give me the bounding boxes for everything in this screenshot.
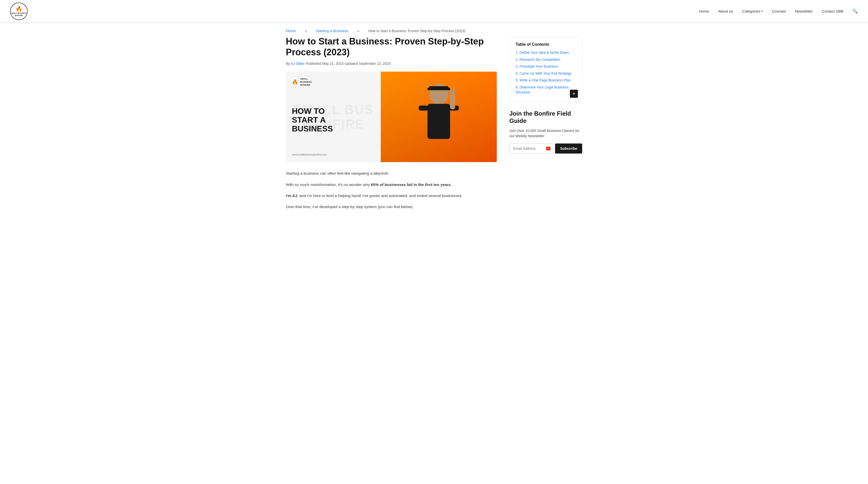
toc-link-5[interactable]: 5. Write a One Page Business Plan xyxy=(516,78,570,82)
main-nav: Home About us Categories ▾ Courses Newsl… xyxy=(699,8,858,14)
image-right-panel xyxy=(381,71,497,162)
small-flame-icon: 🔥 xyxy=(292,79,298,85)
author-link[interactable]: AJ Silber xyxy=(290,62,305,66)
article-para-4: Over that time, I've developed a step-by… xyxy=(286,204,497,210)
breadcrumb-sep1: » xyxy=(305,29,307,33)
meta-by: By xyxy=(286,62,290,66)
article-para-1: Starting a business can often feel like … xyxy=(286,170,497,177)
toc-box: Table of Contents 1. Define Your Idea & … xyxy=(509,37,582,102)
nav-courses[interactable]: Courses xyxy=(772,9,786,13)
nav-categories-label: Categories xyxy=(742,9,761,13)
logo-text-3: BONFIRE xyxy=(15,14,23,16)
article-para-3: I'm AJ, and I'm here to lend a helping h… xyxy=(286,192,497,199)
para3-suffix: , and I'm here to lend a helping hand! I… xyxy=(297,193,462,198)
nav-contact[interactable]: Contact SBB xyxy=(822,9,843,13)
toc-item-2: 2. Research the Competition xyxy=(516,57,576,62)
svg-rect-8 xyxy=(453,87,455,93)
brand-line2: BUSINESS xyxy=(300,81,312,84)
nav-home[interactable]: Home xyxy=(699,9,709,13)
svg-rect-2 xyxy=(428,88,450,90)
nav-newsletter[interactable]: Newsletter xyxy=(795,9,813,13)
email-input-wrapper: ··· xyxy=(509,143,553,154)
toc-title: Table of Contents xyxy=(516,42,576,47)
sbb-logo-small: 🔥 SMALL BUSINESS BONFIRE xyxy=(292,78,312,86)
breadcrumb-sep2: » xyxy=(358,29,360,33)
toc-link-4[interactable]: 4. Come Up With Your Exit Strategy xyxy=(516,71,571,75)
newsletter-description: Join Over 10,000 Small Business Owners f… xyxy=(509,128,582,139)
person-silhouette xyxy=(381,71,497,162)
image-url: www.smallbusinessbonfire.com xyxy=(292,153,327,156)
brand-line3: BONFIRE xyxy=(300,84,312,87)
toc-expand-button[interactable]: + xyxy=(570,90,578,98)
article-para-2: With so much misinformation, it's no won… xyxy=(286,181,497,188)
flame-icon: 🔥 xyxy=(10,6,27,12)
logo-circle: 🔥 SMALL BUSINESS BONFIRE xyxy=(10,2,28,20)
brand-line1: SMALL xyxy=(300,78,312,81)
search-icon: 🔍 xyxy=(852,9,858,14)
breadcrumb: Home » Starting a Business » How to Star… xyxy=(286,23,582,36)
article-title: How to Start a Business: Proven Step-by-… xyxy=(286,36,497,58)
person-svg xyxy=(414,77,464,157)
page-container: Home » Starting a Business » How to Star… xyxy=(276,23,592,215)
breadcrumb-home[interactable]: Home xyxy=(286,29,296,33)
logo-text-1: SMALL xyxy=(11,12,17,14)
toc-item-1: 1. Define Your Idea & Niche Down xyxy=(516,50,576,55)
para2-prefix: With so much misinformation, it's no won… xyxy=(286,182,371,187)
email-icon: ··· xyxy=(546,147,551,150)
logo-text-2: BUSINESS xyxy=(18,12,27,14)
toc-item-4: 4. Come Up With Your Exit Strategy xyxy=(516,71,576,76)
site-header: 🔥 SMALL BUSINESS BONFIRE Home About us C… xyxy=(0,0,868,23)
subscribe-button[interactable]: Subscribe xyxy=(555,144,582,154)
newsletter-box: Join the Bonfire Field Guide Join Over 1… xyxy=(509,109,582,155)
article-body: Starting a business can often feel like … xyxy=(286,170,497,210)
image-headline: HOW TOSTART ABUSINESS xyxy=(292,107,333,133)
toc-item-6: 6. Determine Your Legal Business Structu… xyxy=(516,85,576,95)
toc-link-2[interactable]: 2. Research the Competition xyxy=(516,58,560,62)
breadcrumb-current: How to Start a Business: Proven Step-by-… xyxy=(368,29,465,33)
main-content: How to Start a Business: Proven Step-by-… xyxy=(286,36,497,215)
nav-categories[interactable]: Categories ▾ xyxy=(742,9,763,13)
toc-link-3[interactable]: 3. Prototype Your Business xyxy=(516,64,558,68)
logo-inner: 🔥 SMALL BUSINESS BONFIRE xyxy=(10,6,27,17)
toc-link-1[interactable]: 1. Define Your Idea & Niche Down xyxy=(516,51,569,55)
meta-updated: Updated September 13, 2023 xyxy=(344,62,391,66)
svg-rect-4 xyxy=(419,105,428,111)
nav-about[interactable]: About us xyxy=(718,9,733,13)
article-meta: By AJ Silber Published May 21, 2023 Upda… xyxy=(286,62,497,66)
svg-rect-7 xyxy=(450,89,452,94)
search-button[interactable]: 🔍 xyxy=(852,8,858,14)
breadcrumb-starting[interactable]: Starting a Business xyxy=(316,29,348,33)
toc-link-6[interactable]: 6. Determine Your Legal Business Structu… xyxy=(516,85,569,94)
logo[interactable]: 🔥 SMALL BUSINESS BONFIRE xyxy=(10,2,28,20)
image-left-panel: 🔥 SMALL BUSINESS BONFIRE SMALL BUSBONFIR… xyxy=(286,71,381,162)
meta-published: Published May 21, 2023 xyxy=(305,62,344,66)
sbb-logo-text: SMALL BUSINESS BONFIRE xyxy=(300,78,312,86)
newsletter-title: Join the Bonfire Field Guide xyxy=(509,110,582,125)
svg-rect-6 xyxy=(450,92,455,109)
para3-bold: I'm AJ xyxy=(286,193,297,198)
newsletter-form: ··· Subscribe xyxy=(509,143,582,154)
sidebar: Table of Contents 1. Define Your Idea & … xyxy=(509,36,582,155)
svg-rect-3 xyxy=(428,104,450,139)
toc-item-3: 3. Prototype Your Business xyxy=(516,64,576,69)
featured-image: 🔥 SMALL BUSINESS BONFIRE SMALL BUSBONFIR… xyxy=(286,71,497,162)
chevron-down-icon: ▾ xyxy=(761,9,763,13)
content-layout: How to Start a Business: Proven Step-by-… xyxy=(286,36,582,215)
toc-item-5: 5. Write a One Page Business Plan xyxy=(516,78,576,83)
para2-bold: 65% of businesses fail in the first ten … xyxy=(371,182,452,187)
toc-list: 1. Define Your Idea & Niche Down 2. Rese… xyxy=(516,50,576,95)
